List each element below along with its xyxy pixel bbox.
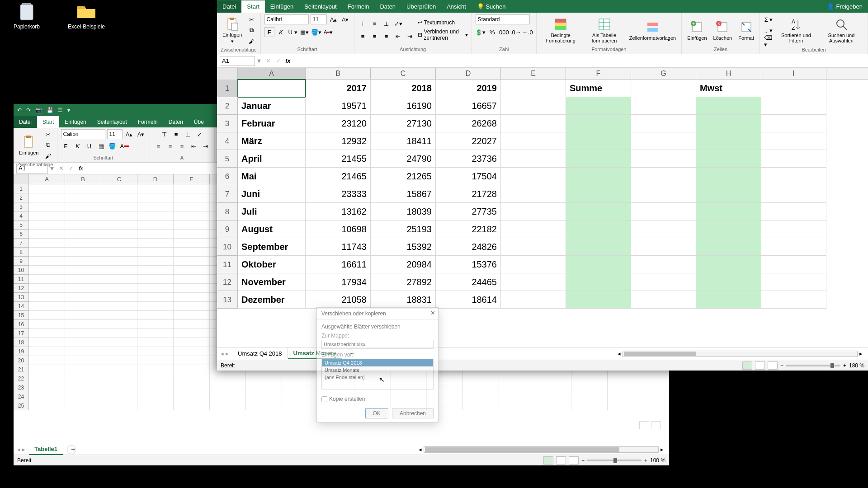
cell[interactable] <box>246 374 282 383</box>
cell-G1[interactable] <box>631 80 696 97</box>
tab-daten[interactable]: Daten <box>374 0 401 13</box>
cell-A5[interactable]: April <box>238 150 306 168</box>
fill-color-button[interactable]: 🪣 <box>108 141 118 151</box>
cell[interactable] <box>282 401 318 410</box>
cell[interactable] <box>65 284 101 293</box>
cell-C11[interactable]: 20984 <box>371 256 436 273</box>
row-header-4[interactable]: 4 <box>14 211 29 221</box>
cell[interactable] <box>29 311 65 320</box>
tab-formeln[interactable]: Formeln <box>342 0 375 13</box>
cell[interactable] <box>174 311 210 320</box>
cell[interactable] <box>65 193 101 202</box>
align-middle-icon[interactable]: ≡ <box>171 129 181 139</box>
font-color-button[interactable]: A <box>120 141 130 151</box>
cell-I10[interactable] <box>761 238 826 256</box>
row-header-13[interactable]: 13 <box>217 291 238 309</box>
cut-icon[interactable]: ✂ <box>43 129 53 139</box>
cell[interactable] <box>101 275 137 284</box>
cell-I13[interactable] <box>761 291 826 309</box>
cell-A6[interactable]: Mai <box>238 168 306 185</box>
cell[interactable] <box>174 266 210 275</box>
cell[interactable] <box>137 248 174 257</box>
undo-icon[interactable]: ↶ <box>17 107 22 113</box>
cancel-formula-icon[interactable]: ✕ <box>56 164 66 174</box>
cell[interactable] <box>499 401 535 410</box>
cell-C5[interactable]: 24790 <box>371 150 436 168</box>
back-font-size[interactable] <box>107 129 123 139</box>
cell[interactable] <box>101 392 137 401</box>
enter-formula-icon[interactable]: ✓ <box>273 56 283 66</box>
cell[interactable] <box>101 338 137 347</box>
cell-F7[interactable] <box>566 185 631 203</box>
decrease-font-icon[interactable]: A▾ <box>340 14 350 24</box>
cell-E9[interactable] <box>501 221 566 238</box>
select-all-corner[interactable] <box>14 174 29 184</box>
back-paste-button[interactable]: Einfügen <box>17 134 40 156</box>
cell-E11[interactable] <box>501 256 566 273</box>
row-header-13[interactable]: 13 <box>14 293 29 302</box>
row-header-3[interactable]: 3 <box>14 202 29 211</box>
row-header-12[interactable]: 12 <box>217 273 238 291</box>
cond-format-button[interactable]: Bedingte Formatierung <box>540 16 581 44</box>
currency-icon[interactable]: 💲▾ <box>476 27 486 37</box>
cell[interactable] <box>463 392 499 401</box>
cell-E7[interactable] <box>501 185 566 203</box>
cell-F13[interactable] <box>566 291 631 309</box>
cell[interactable] <box>29 293 65 302</box>
cell[interactable] <box>65 239 101 248</box>
font-name-select[interactable] <box>264 14 309 24</box>
cell[interactable] <box>101 221 137 230</box>
row-header-5[interactable]: 5 <box>14 221 29 230</box>
cell[interactable] <box>137 311 174 320</box>
cell[interactable] <box>65 257 101 266</box>
formula-input[interactable] <box>293 56 865 66</box>
col-header-C[interactable]: C <box>371 68 436 79</box>
cell-E10[interactable] <box>501 238 566 256</box>
cell-F8[interactable] <box>566 203 631 221</box>
row-header-18[interactable]: 18 <box>14 338 29 347</box>
row-header-21[interactable]: 21 <box>14 365 29 374</box>
cell[interactable] <box>174 221 210 230</box>
cell[interactable] <box>174 302 210 311</box>
cell-H10[interactable] <box>696 238 761 256</box>
fx-icon[interactable]: fx <box>76 164 86 174</box>
cell-B2[interactable]: 19571 <box>306 97 371 115</box>
cell[interactable] <box>282 383 318 392</box>
align-middle-icon[interactable]: ≡ <box>370 19 380 29</box>
cell[interactable] <box>137 275 174 284</box>
cell[interactable] <box>174 184 210 193</box>
back-tab-datei[interactable]: Datei <box>14 116 37 128</box>
row-header-8[interactable]: 8 <box>217 203 238 221</box>
cell-I2[interactable] <box>761 97 826 115</box>
cell-D2[interactable]: 16657 <box>436 97 501 115</box>
cell[interactable] <box>137 239 174 248</box>
cell[interactable] <box>101 248 137 257</box>
cell[interactable] <box>174 202 210 211</box>
cell[interactable] <box>137 202 174 211</box>
zoom-slider[interactable] <box>786 365 840 366</box>
row-header-2[interactable]: 2 <box>217 97 238 115</box>
cell-B4[interactable]: 12932 <box>306 132 371 150</box>
tab-datei[interactable]: Datei <box>217 0 241 13</box>
row-header-1[interactable]: 1 <box>14 184 29 193</box>
cell-E12[interactable] <box>501 273 566 291</box>
cell-E5[interactable] <box>501 150 566 168</box>
indent-inc-icon[interactable]: ⇥ <box>201 141 211 151</box>
close-icon[interactable]: ✕ <box>430 310 435 316</box>
cell[interactable] <box>65 275 101 284</box>
format-painter-icon[interactable]: 🖌 <box>246 36 256 46</box>
cell-E13[interactable] <box>501 291 566 309</box>
cell[interactable] <box>65 302 101 311</box>
row-header-7[interactable]: 7 <box>14 239 29 248</box>
autosum-icon[interactable]: Σ ▾ <box>764 14 774 24</box>
row-header-10[interactable]: 10 <box>217 238 238 256</box>
cell-styles-button[interactable]: Zellenformatvorlagen <box>627 19 678 42</box>
add-sheet-button[interactable]: + <box>67 445 76 454</box>
cell-F11[interactable] <box>566 256 631 273</box>
sheet-tab-umsatzq4[interactable]: Umsatz Q4 2018 <box>232 348 288 359</box>
insert-cells-button[interactable]: +Einfügen <box>685 19 708 42</box>
format-painter-icon[interactable]: 🖌 <box>43 151 53 161</box>
cell[interactable] <box>535 374 571 383</box>
row-header-16[interactable]: 16 <box>14 320 29 329</box>
back-hscroll[interactable]: ◂ ▸ <box>76 446 669 453</box>
